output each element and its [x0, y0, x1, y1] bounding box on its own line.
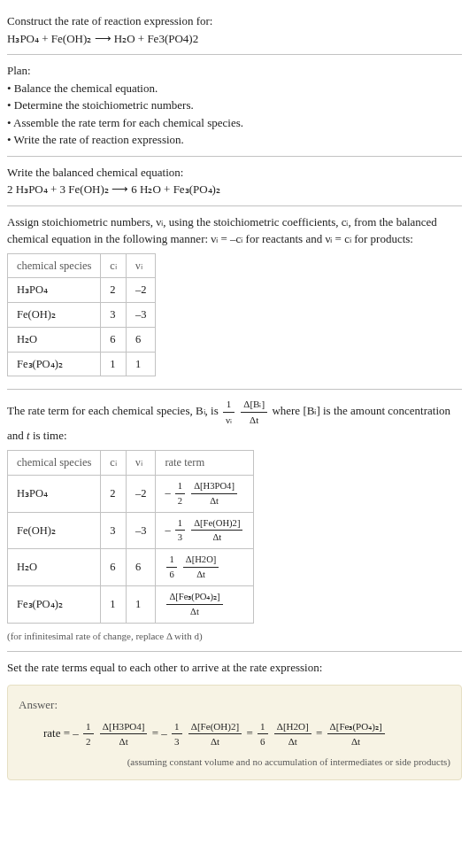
answer-equation: rate = – 12 Δ[H3PO4]Δt = – 13 Δ[Fe(OH)2]…	[19, 719, 450, 749]
den: Δt	[191, 494, 237, 508]
num: Δ[H3PO4]	[191, 479, 237, 494]
text: rate = –	[43, 726, 81, 740]
rateterm-footnote: (for infinitesimal rate of change, repla…	[7, 629, 462, 644]
construct-prompt: Construct the rate of reaction expressio…	[7, 12, 462, 30]
cell-ci: 2	[101, 278, 127, 303]
num: Δ[H2O]	[183, 553, 219, 568]
num: Δ[Fe(OH)2]	[188, 719, 242, 735]
plan-section: Plan: • Balance the chemical equation. •…	[7, 57, 462, 154]
num: 1	[175, 516, 185, 531]
den: Δt	[191, 531, 242, 545]
col-vi: νᵢ	[126, 253, 156, 278]
assign-section: Assign stoichiometric numbers, νᵢ, using…	[7, 208, 462, 388]
num: 1	[83, 719, 94, 735]
fraction: 13	[172, 719, 182, 749]
fraction: Δ[H2O]Δt	[183, 553, 219, 582]
cell-ci: 1	[101, 352, 127, 376]
fraction: Δ[Fe₃(PO₄)₂]Δt	[166, 590, 222, 619]
cell-rateterm: – 13 Δ[Fe(OH)2]Δt	[156, 512, 254, 549]
den: νᵢ	[223, 413, 234, 428]
plan-item: Write the rate of reaction expression.	[14, 133, 184, 146]
text: =	[246, 726, 256, 740]
table-row: Fe₃(PO₄)₂11	[8, 352, 156, 376]
cell-vi: 1	[126, 352, 156, 376]
table-row: H₃PO₄2–2	[8, 278, 156, 303]
answer-footnote: (assuming constant volume and no accumul…	[19, 755, 450, 770]
cell-ci: 1	[101, 586, 127, 624]
num: Δ[Fe₃(PO₄)₂]	[327, 719, 385, 735]
cell-species: Fe(OH)₂	[8, 512, 101, 549]
num: 1	[223, 397, 234, 413]
cell-vi: 6	[126, 327, 156, 352]
table-row: H₂O 6 6 16 Δ[H2O]Δt	[8, 549, 254, 586]
fraction: Δ[Bᵢ]Δt	[241, 397, 267, 427]
den: Δt	[183, 568, 219, 582]
num: Δ[H3PO4]	[100, 719, 148, 735]
col-rateterm: rate term	[156, 450, 254, 475]
den: Δt	[241, 413, 267, 428]
cell-vi: 1	[126, 586, 156, 624]
answer-box: Answer: rate = – 12 Δ[H3PO4]Δt = – 13 Δ[…	[7, 685, 462, 780]
col-vi: νᵢ	[126, 450, 156, 475]
plan-title: Plan:	[7, 62, 462, 80]
den: Δt	[100, 734, 148, 749]
num: 1	[258, 719, 268, 735]
divider	[7, 205, 462, 206]
set-line: Set the rate terms equal to each other t…	[7, 654, 462, 682]
plan-item: Determine the stoichiometric numbers.	[14, 98, 194, 112]
divider	[7, 651, 462, 652]
plan-item: Balance the chemical equation.	[14, 81, 158, 95]
plan-item: Assemble the rate term for each chemical…	[13, 116, 243, 129]
fraction: 12	[175, 479, 185, 508]
fraction: Δ[H3PO4]Δt	[191, 479, 237, 508]
cell-species: Fe(OH)₂	[8, 303, 101, 328]
den: 2	[175, 494, 185, 508]
table-row: chemical species cᵢ νᵢ rate term	[8, 450, 254, 475]
divider	[7, 156, 462, 157]
table-row: H₃PO₄ 2 –2 – 12 Δ[H3PO4]Δt	[8, 475, 254, 512]
sign: –	[165, 523, 173, 536]
fraction: 16	[258, 719, 268, 749]
assign-table: chemical species cᵢ νᵢ H₃PO₄2–2 Fe(OH)₂3…	[7, 253, 156, 377]
cell-rateterm: – 12 Δ[H3PO4]Δt	[156, 475, 254, 512]
text: is time:	[30, 429, 67, 442]
col-species: chemical species	[8, 253, 101, 278]
cell-rateterm: Δ[Fe₃(PO₄)₂]Δt	[156, 586, 254, 624]
den: Δt	[166, 605, 222, 619]
rateterm-table: chemical species cᵢ νᵢ rate term H₃PO₄ 2…	[7, 450, 254, 624]
table-row: Fe(OH)₂ 3 –3 – 13 Δ[Fe(OH)2]Δt	[8, 512, 254, 549]
divider	[7, 54, 462, 55]
cell-ci: 2	[101, 475, 127, 512]
cell-vi: –3	[126, 303, 156, 328]
rateterm-intro: The rate term for each chemical species,…	[7, 397, 462, 445]
cell-species: H₃PO₄	[8, 278, 101, 303]
cell-species: Fe₃(PO₄)₂	[8, 352, 101, 376]
fraction: Δ[H2O]Δt	[274, 719, 311, 749]
cell-ci: 6	[101, 327, 127, 352]
cell-species: H₃PO₄	[8, 475, 101, 512]
cell-vi: 6	[126, 549, 156, 586]
den: 6	[166, 568, 176, 582]
fraction: 1νᵢ	[223, 397, 234, 427]
num: Δ[Fe(OH)2]	[191, 516, 242, 531]
den: Δt	[274, 734, 311, 749]
fraction: 16	[166, 553, 176, 582]
cell-species: H₂O	[8, 327, 101, 352]
table-row: Fe₃(PO₄)₂ 1 1 Δ[Fe₃(PO₄)₂]Δt	[8, 586, 254, 624]
sign: –	[165, 486, 173, 499]
text: =	[316, 726, 326, 740]
fraction: Δ[Fe(OH)2]Δt	[188, 719, 242, 749]
construct-header: Construct the rate of reaction expressio…	[7, 7, 462, 52]
rateterm-section: The rate term for each chemical species,…	[7, 391, 462, 648]
construct-equation: H₃PO₄ + Fe(OH)₂ ⟶ H₂O + Fe3(PO4)2	[7, 30, 462, 48]
num: 1	[175, 479, 185, 494]
fraction: Δ[Fe(OH)2]Δt	[191, 516, 242, 546]
den: 3	[175, 531, 185, 545]
balanced-section: Write the balanced chemical equation: 2 …	[7, 159, 462, 204]
assign-text: Assign stoichiometric numbers, νᵢ, using…	[7, 213, 462, 248]
cell-ci: 6	[101, 549, 127, 586]
den: Δt	[188, 734, 242, 749]
table-row: chemical species cᵢ νᵢ	[8, 253, 156, 278]
fraction: 13	[175, 516, 185, 546]
den: Δt	[327, 734, 385, 749]
